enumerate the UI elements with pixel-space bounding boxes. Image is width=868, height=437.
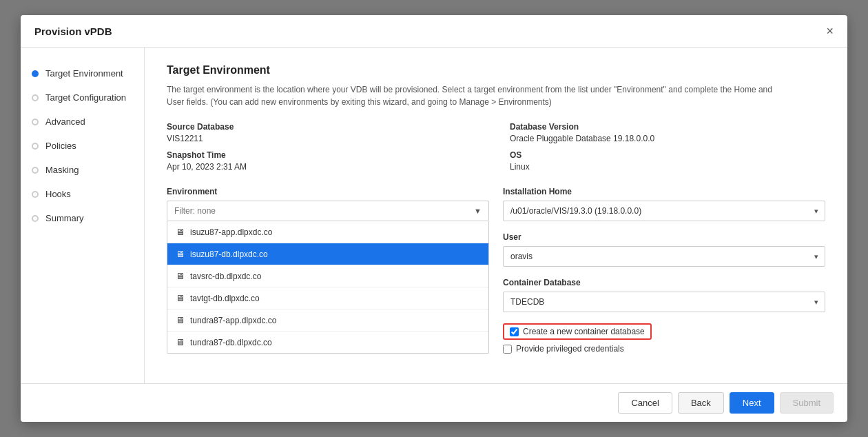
sidebar-item-policies[interactable]: Policies xyxy=(21,134,144,158)
empty-dot-icon xyxy=(32,215,39,222)
user-select[interactable]: oravis xyxy=(503,246,825,267)
source-database-value: VIS12211 xyxy=(167,134,203,143)
empty-dot-icon xyxy=(32,167,39,174)
env-item-name: isuzu87-db.dlpxdc.co xyxy=(190,250,268,259)
cancel-button[interactable]: Cancel xyxy=(618,392,672,414)
back-button[interactable]: Back xyxy=(678,392,724,414)
source-database-label: Source Database xyxy=(167,122,482,132)
active-dot-icon xyxy=(32,70,39,77)
env-item-name: tundra87-app.dlpxdc.co xyxy=(190,316,276,325)
info-grid: Source Database VIS12211 Database Versio… xyxy=(167,122,825,172)
env-item-tundra87-db[interactable]: 🖥 tundra87-db.dlpxdc.co xyxy=(167,332,488,353)
create-container-db-checkbox[interactable] xyxy=(510,327,519,336)
database-version-label: Database Version xyxy=(510,122,825,132)
submit-button[interactable]: Submit xyxy=(780,392,834,414)
sidebar-item-label: Advanced xyxy=(45,116,85,127)
installation-home-section: Installation Home /u01/oracle/VIS/19.3.0… xyxy=(503,187,825,221)
env-item-name: tavtgt-db.dlpxdc.co xyxy=(190,294,260,303)
env-item-tavtgt-db[interactable]: 🖥 tavtgt-db.dlpxdc.co xyxy=(167,287,488,309)
sidebar-item-label: Target Configuration xyxy=(45,92,126,103)
database-version-info: Database Version Oracle Pluggable Databa… xyxy=(510,122,825,143)
modal-overlay: Provision vPDB × Target Environment Targ… xyxy=(0,0,868,437)
create-container-db-row: Create a new container database xyxy=(503,323,825,340)
sidebar: Target Environment Target Configuration … xyxy=(21,48,145,383)
server-icon: 🖥 xyxy=(176,249,185,259)
sidebar-item-target-environment[interactable]: Target Environment xyxy=(21,61,144,85)
env-item-name: tavsrc-db.dlpxdc.co xyxy=(190,272,261,281)
installation-home-label: Installation Home xyxy=(503,187,825,196)
snapshot-time-info: Snapshot Time Apr 10, 2023 2:31 AM xyxy=(167,150,482,172)
right-column: Installation Home /u01/oracle/VIS/19.3.0… xyxy=(503,187,825,358)
user-select-wrap: oravis ▾ xyxy=(503,246,825,267)
filter-arrow-icon: ▼ xyxy=(467,207,488,215)
env-item-isuzu87-app[interactable]: 🖥 isuzu87-app.dlpxdc.co xyxy=(167,221,488,243)
installation-home-select-wrap: /u01/oracle/VIS/19.3.0 (19.18.0.0.0) ▾ xyxy=(503,201,825,221)
content-area: Target Environment The target environmen… xyxy=(145,48,847,383)
source-database-info: Source Database VIS12211 xyxy=(167,122,482,143)
container-database-label: Container Database xyxy=(503,278,825,287)
container-database-section: Container Database TDECDB ▾ xyxy=(503,278,825,312)
modal-title: Provision vPDB xyxy=(34,26,112,37)
provide-privileged-label: Provide privileged credentials xyxy=(516,344,624,354)
server-icon: 🖥 xyxy=(176,271,185,281)
env-item-tundra87-app[interactable]: 🖥 tundra87-app.dlpxdc.co xyxy=(167,309,488,332)
server-icon: 🖥 xyxy=(176,337,185,347)
empty-dot-icon xyxy=(32,94,39,101)
env-item-name: isuzu87-app.dlpxdc.co xyxy=(190,227,272,237)
filter-input[interactable] xyxy=(167,201,467,221)
sidebar-item-label: Policies xyxy=(45,141,76,151)
snapshot-time-label: Snapshot Time xyxy=(167,150,482,160)
snapshot-time-value: Apr 10, 2023 2:31 AM xyxy=(167,162,247,172)
empty-dot-icon xyxy=(32,191,39,198)
sidebar-item-hooks[interactable]: Hooks xyxy=(21,182,144,206)
environment-list: 🖥 isuzu87-app.dlpxdc.co 🖥 isuzu87-db.dlp… xyxy=(167,221,489,354)
os-value: Linux xyxy=(510,162,530,172)
provision-vpdb-modal: Provision vPDB × Target Environment Targ… xyxy=(21,15,847,422)
provide-privileged-checkbox[interactable] xyxy=(503,345,512,354)
sidebar-item-masking[interactable]: Masking xyxy=(21,158,144,182)
modal-footer: Cancel Back Next Submit xyxy=(21,383,847,422)
os-info: OS Linux xyxy=(510,150,825,172)
provide-privileged-row: Provide privileged credentials xyxy=(503,344,825,354)
server-icon: 🖥 xyxy=(176,227,185,237)
installation-home-select[interactable]: /u01/oracle/VIS/19.3.0 (19.18.0.0.0) xyxy=(503,201,825,221)
server-icon: 🖥 xyxy=(176,293,185,303)
sidebar-item-summary[interactable]: Summary xyxy=(21,206,144,230)
sidebar-item-label: Target Environment xyxy=(45,68,123,79)
sidebar-item-label: Summary xyxy=(45,213,84,223)
next-button[interactable]: Next xyxy=(730,392,774,414)
user-section: User oravis ▾ xyxy=(503,232,825,267)
env-item-isuzu87-db[interactable]: 🖥 isuzu87-db.dlpxdc.co xyxy=(167,243,488,265)
close-button[interactable]: × xyxy=(826,25,834,37)
environment-column: Environment ▼ 🖥 isuzu87-app.dlpxdc.co xyxy=(167,187,489,354)
section-description: The target environment is the location w… xyxy=(167,83,773,108)
section-title: Target Environment xyxy=(167,64,825,77)
create-container-db-highlight: Create a new container database xyxy=(503,323,652,340)
sidebar-item-label: Hooks xyxy=(45,189,71,199)
environment-label: Environment xyxy=(167,187,489,196)
container-database-select-wrap: TDECDB ▾ xyxy=(503,292,825,312)
sidebar-item-advanced[interactable]: Advanced xyxy=(21,110,144,134)
container-database-select[interactable]: TDECDB xyxy=(503,292,825,312)
filter-input-wrap: ▼ xyxy=(167,201,489,221)
database-version-value: Oracle Pluggable Database 19.18.0.0.0 xyxy=(510,134,654,143)
env-item-name: tundra87-db.dlpxdc.co xyxy=(190,338,272,347)
sidebar-item-label: Masking xyxy=(45,165,79,175)
empty-dot-icon xyxy=(32,143,39,150)
os-label: OS xyxy=(510,150,825,160)
sidebar-item-target-configuration[interactable]: Target Configuration xyxy=(21,85,144,110)
user-label: User xyxy=(503,232,825,242)
modal-header: Provision vPDB × xyxy=(21,15,847,48)
modal-body: Target Environment Target Configuration … xyxy=(21,48,847,383)
create-container-db-label: Create a new container database xyxy=(523,327,645,336)
server-icon: 🖥 xyxy=(176,315,185,325)
env-item-tavsrc-db[interactable]: 🖥 tavsrc-db.dlpxdc.co xyxy=(167,265,488,287)
empty-dot-icon xyxy=(32,119,39,125)
main-form: Environment ▼ 🖥 isuzu87-app.dlpxdc.co xyxy=(167,187,825,358)
